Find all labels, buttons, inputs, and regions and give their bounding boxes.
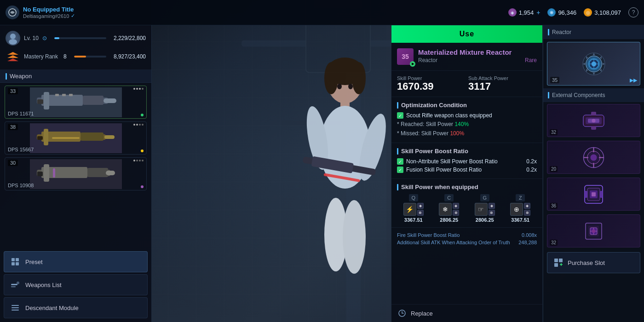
svg-rect-32 xyxy=(16,262,19,265)
left-panel-content: Lv. 10 ⊙ 2,229/22,800 Mastery Rank xyxy=(0,25,151,322)
skill-icon-row-q: ⚡ ◈ ⊗ xyxy=(403,203,424,216)
help-button[interactable]: ? xyxy=(628,7,638,17)
item-subtitle-row: Reactor Rare xyxy=(418,57,537,63)
optimization-missed: * Missed: Skill Power 100% xyxy=(397,129,537,138)
svg-point-92 xyxy=(352,62,366,94)
level-settings-icon: ⊙ xyxy=(42,35,47,41)
purchase-slot-icon xyxy=(553,257,564,268)
replace-section: Replace xyxy=(391,304,542,322)
user-info: No Equipped Title Deltiasgaming#2610 ✓ xyxy=(23,6,75,19)
svg-rect-75 xyxy=(554,263,558,267)
item-panel: Use 35 ▶ Materialized Mixture Reactor Re… xyxy=(391,25,543,322)
svg-rect-78 xyxy=(346,0,361,322)
weapon-slot-3[interactable]: 30 DPS 10908 xyxy=(5,157,147,190)
mastery-exp-fill xyxy=(74,56,86,58)
svg-rect-37 xyxy=(12,307,19,308)
item-rarity: Rare xyxy=(525,57,537,63)
weapon-3-indicator xyxy=(141,185,144,188)
svg-rect-52 xyxy=(591,112,596,115)
skill-divider xyxy=(397,184,398,190)
ext-comp-2[interactable]: 20 xyxy=(547,141,640,174)
purple-currency-icon: ◈ xyxy=(508,8,517,17)
weapon-slot-1[interactable]: 33 DPS 11671 xyxy=(5,86,147,119)
weapon-slot-2[interactable]: 38 DPS 15667 xyxy=(5,121,147,155)
weapons-list-nav-btn[interactable]: Weapons List xyxy=(4,274,148,295)
stat-skill-power: Skill Power 1670.39 xyxy=(397,75,466,92)
svg-point-1 xyxy=(10,34,16,39)
ext-comp-1[interactable]: 32 xyxy=(547,104,640,137)
skill-key-c: C xyxy=(444,194,454,201)
svg-point-102 xyxy=(337,84,342,89)
preset-nav-btn[interactable]: Preset xyxy=(4,251,148,272)
ext-comp-3[interactable]: 36 xyxy=(547,178,640,211)
chevron-1 xyxy=(7,52,18,55)
ext-comp-1-img xyxy=(581,108,606,133)
descendant-module-nav-btn[interactable]: Descendant Module xyxy=(4,297,148,318)
weapon-1-level: 33 xyxy=(8,88,18,94)
mastery-icon xyxy=(6,49,20,64)
extra-stat-1-label: Fire Skill Power Boost Ratio xyxy=(397,232,460,238)
ext-comp-2-img xyxy=(581,145,606,170)
weapon-slot-3-top: 30 xyxy=(8,160,144,166)
use-button[interactable]: Use xyxy=(391,25,542,43)
boost-item-1: ✓ Non-Attribute Skill Power Boost Ratio … xyxy=(397,157,537,166)
skill-power-q: 3367.51 xyxy=(404,217,423,223)
svg-rect-38 xyxy=(12,310,19,310)
svg-point-96 xyxy=(354,111,391,183)
svg-rect-30 xyxy=(16,258,19,261)
item-ready-indicator: ▶ xyxy=(410,61,415,67)
svg-rect-65 xyxy=(585,191,587,198)
skill-sub-icon-g1: ◈ xyxy=(489,203,495,209)
svg-rect-64 xyxy=(592,192,596,196)
purchase-slot-button[interactable]: Purchase Slot xyxy=(547,252,640,273)
svg-rect-77 xyxy=(561,263,562,266)
ext-comp-3-level: 36 xyxy=(550,203,558,209)
skill-slot-q: Q ⚡ ◈ ⊗ 3367.51 xyxy=(397,194,430,223)
reactor-arrow: ▶▶ xyxy=(630,77,637,83)
mastery-exp-bar xyxy=(74,56,106,58)
svg-point-56 xyxy=(591,154,597,161)
skill-power-z: 3367.51 xyxy=(511,217,529,223)
verified-icon: ✓ xyxy=(71,13,75,19)
optimization-section: Optimization Condition ✓ Scout Rifle wea… xyxy=(391,97,542,143)
ext-comp-4[interactable]: 32 xyxy=(547,214,640,247)
gold-currency-icon: ◎ xyxy=(584,8,592,17)
skill-key-g: G xyxy=(480,194,489,201)
weapon-3-level: 30 xyxy=(8,160,18,166)
reached-pct: 140% xyxy=(454,121,469,127)
replace-button[interactable]: Replace xyxy=(397,308,537,318)
mastery-rank-value: 8 xyxy=(63,53,67,60)
svg-rect-34 xyxy=(11,286,16,288)
currency-bar: ◈ 1,954 + ❋ 96,346 ◎ 3,108,097 ? xyxy=(508,7,638,17)
svg-point-35 xyxy=(17,282,19,284)
level-label: Lv. 10 xyxy=(24,35,39,41)
mastery-exp-value: 8,927/23,400 xyxy=(114,53,146,60)
preset-label: Preset xyxy=(25,259,43,265)
skill-main-icon-c: ❄ xyxy=(439,203,452,216)
sub-attack-value: 3117 xyxy=(468,81,537,92)
svg-rect-29 xyxy=(12,258,15,261)
skill-icon-row-z: ⊕ ◈ ⊗ xyxy=(510,203,530,216)
skill-power-g: 2806.25 xyxy=(476,217,494,223)
reactor-section-label: Reactor xyxy=(552,29,571,35)
right-panel: Reactor xyxy=(543,25,644,322)
item-level-badge: 35 ▶ xyxy=(397,48,414,65)
level-exp-bar xyxy=(54,37,106,39)
item-type: Reactor xyxy=(418,57,437,63)
user-id: Deltiasgaming#2610 ✓ xyxy=(23,13,75,19)
weapon-3-dps: DPS 10908 xyxy=(8,183,34,188)
skill-main-icon-q: ⚡ xyxy=(403,203,416,216)
item-title-block: Materialized Mixture Reactor Reactor Rar… xyxy=(418,48,537,63)
steam-icon xyxy=(6,6,19,19)
add-purple-btn[interactable]: + xyxy=(536,9,540,16)
svg-rect-36 xyxy=(12,305,19,306)
boost-item-2: ✓ Fusion Skill Power Boost Ratio 0.2x xyxy=(397,166,537,174)
svg-rect-99 xyxy=(303,156,376,176)
weapon-slot-1-top: 33 xyxy=(8,88,144,94)
skill-slot-c: C ❄ ◈ ⊗ 2806.25 xyxy=(433,194,466,223)
reactor-item-1[interactable]: 35 ▶▶ xyxy=(547,42,640,86)
purple-currency: ◈ 1,954 + xyxy=(508,8,540,17)
svg-point-91 xyxy=(324,62,338,94)
ext-comp-label: External Components xyxy=(552,92,605,98)
blue-currency-icon: ❋ xyxy=(547,8,556,17)
